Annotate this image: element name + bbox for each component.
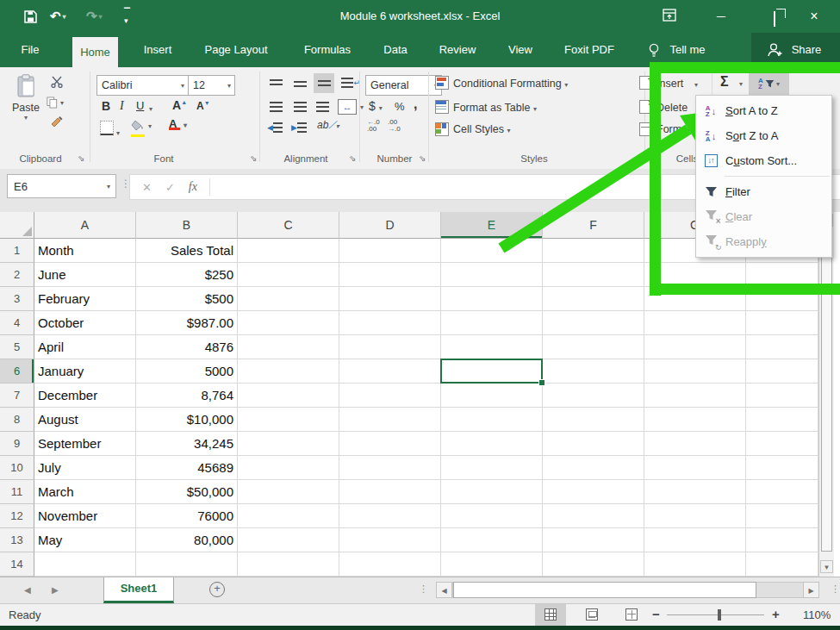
increase-decimal-button[interactable]: ←.0.00 [367, 119, 380, 133]
cell-G8[interactable] [644, 408, 746, 432]
cell-E5[interactable] [441, 335, 543, 359]
fill-handle[interactable] [538, 379, 545, 386]
cell-D4[interactable] [339, 311, 441, 335]
new-sheet-button[interactable]: + [209, 582, 225, 597]
tab-scroll-divider[interactable]: ⋮ [419, 583, 428, 595]
wrap-text-button[interactable]: ↵ [341, 75, 360, 90]
column-header-C[interactable]: C [238, 212, 339, 239]
hscroll-right-icon[interactable]: ▶ [803, 582, 819, 598]
cell-E2[interactable] [441, 263, 543, 287]
cell-D7[interactable] [339, 384, 441, 408]
horizontal-scroll-thumb[interactable] [453, 582, 756, 598]
tab-foxit-pdf[interactable]: Foxit PDF [558, 33, 620, 67]
row-header-14[interactable]: 14 [0, 552, 34, 577]
sort-filter-button[interactable]: AZ ▾ [749, 72, 789, 95]
decrease-decimal-button[interactable]: .00→.0 [388, 119, 401, 133]
page-layout-view-icon[interactable] [586, 608, 598, 621]
font-dialog-launcher-icon[interactable]: ⇘ [250, 153, 259, 163]
increase-indent-button[interactable]: ▶ [289, 121, 308, 134]
zoom-level[interactable]: 110% [803, 608, 831, 621]
cell-F5[interactable] [543, 335, 644, 359]
cell-B8[interactable]: $10,000 [136, 408, 238, 432]
cell-A2[interactable]: June [34, 263, 136, 287]
cell-D5[interactable] [339, 335, 441, 359]
cell-C8[interactable] [238, 408, 339, 432]
cell-D11[interactable] [339, 480, 441, 504]
cell-G9[interactable] [644, 432, 746, 456]
merge-center-dropdown-icon[interactable]: ▾ [360, 103, 364, 111]
cell-E9[interactable] [441, 432, 543, 456]
cell-F13[interactable] [543, 528, 644, 552]
merge-center-button[interactable]: ↔ [338, 99, 357, 115]
percent-button[interactable]: % [395, 100, 405, 113]
cell-H4[interactable] [746, 311, 818, 335]
orientation-button[interactable]: ab⟋▾ [317, 119, 339, 131]
cell-A9[interactable]: September [34, 432, 136, 456]
cell-A14[interactable] [34, 552, 136, 577]
cell-B10[interactable]: 45689 [136, 456, 238, 480]
cell-A4[interactable]: October [34, 311, 136, 335]
cell-C11[interactable] [238, 480, 339, 504]
sheet-tab-sheet1[interactable]: Sheet1 [103, 577, 174, 603]
cell-D6[interactable] [339, 359, 441, 384]
tab-view[interactable]: View [501, 33, 539, 67]
center-button[interactable] [291, 99, 308, 115]
decrease-indent-button[interactable]: ◀ [265, 121, 284, 134]
cell-E7[interactable] [441, 384, 543, 408]
cell-F7[interactable] [543, 384, 644, 408]
row-header-1[interactable]: 1 [0, 239, 34, 263]
cell-D9[interactable] [339, 432, 441, 456]
row-header-7[interactable]: 7 [0, 384, 34, 408]
insert-function-icon[interactable]: fx [189, 180, 197, 194]
cell-D8[interactable] [339, 408, 441, 432]
fill-color-button[interactable]: ▾ [131, 119, 145, 134]
cell-H10[interactable] [746, 456, 818, 480]
format-as-table-button[interactable]: Format as Table ▾ [453, 102, 537, 114]
row-header-10[interactable]: 10 [0, 456, 34, 480]
cell-E11[interactable] [441, 480, 543, 504]
alignment-dialog-launcher-icon[interactable]: ⇘ [349, 153, 358, 163]
cell-D10[interactable] [339, 456, 441, 480]
hscroll-left-icon[interactable]: ◀ [436, 582, 452, 598]
cell-H11[interactable] [746, 480, 818, 504]
comma-style-button[interactable]: , [414, 97, 417, 112]
tab-data[interactable]: Data [376, 33, 414, 67]
cell-A1[interactable]: Month [34, 239, 136, 263]
cell-C2[interactable] [238, 263, 339, 287]
cell-A13[interactable]: May [34, 528, 136, 552]
currency-button[interactable]: $ ▾ [369, 99, 383, 113]
tab-page-layout[interactable]: Page Layout [196, 33, 276, 67]
column-header-A[interactable]: A [34, 212, 136, 239]
column-header-E[interactable]: E [441, 212, 543, 239]
cell-E14[interactable] [441, 552, 543, 577]
tab-insert[interactable]: Insert [136, 33, 179, 67]
row-header-5[interactable]: 5 [0, 335, 34, 359]
active-cell-selection[interactable] [440, 359, 543, 384]
middle-align-button[interactable] [291, 77, 308, 92]
delete-cells-button[interactable]: Delete [656, 102, 688, 114]
zoom-slider-track[interactable] [667, 614, 764, 615]
cancel-icon[interactable]: ✕ [142, 181, 152, 194]
font-size-combo[interactable]: 12▾ [188, 75, 235, 96]
name-box-dropdown-icon[interactable]: ▾ [107, 183, 110, 190]
row-header-13[interactable]: 13 [0, 528, 34, 552]
menu-item-filter[interactable]: Filter [696, 179, 831, 204]
scroll-down-icon[interactable]: ▼ [820, 560, 833, 573]
cell-H13[interactable] [746, 528, 818, 552]
align-right-button[interactable] [314, 99, 331, 115]
cell-B3[interactable]: $500 [136, 287, 238, 311]
tab-file[interactable]: File [10, 33, 50, 67]
font-color-button[interactable]: A ▾ [169, 117, 177, 130]
cell-G12[interactable] [644, 504, 746, 528]
clipboard-dialog-launcher-icon[interactable]: ⇘ [78, 153, 87, 163]
cell-B4[interactable]: $987.00 [136, 311, 238, 335]
cell-B13[interactable]: 80,000 [136, 528, 238, 552]
cell-D14[interactable] [339, 552, 441, 577]
insert-dropdown-icon[interactable]: ▾ [694, 81, 698, 89]
number-format-combo[interactable]: General▾ [365, 75, 442, 96]
cell-C3[interactable] [238, 287, 339, 311]
menu-item-custom-sort[interactable]: ↓↑Custom Sort... [696, 148, 831, 173]
cell-G11[interactable] [644, 480, 746, 504]
cell-G10[interactable] [644, 456, 746, 480]
cell-A5[interactable]: April [34, 335, 136, 359]
